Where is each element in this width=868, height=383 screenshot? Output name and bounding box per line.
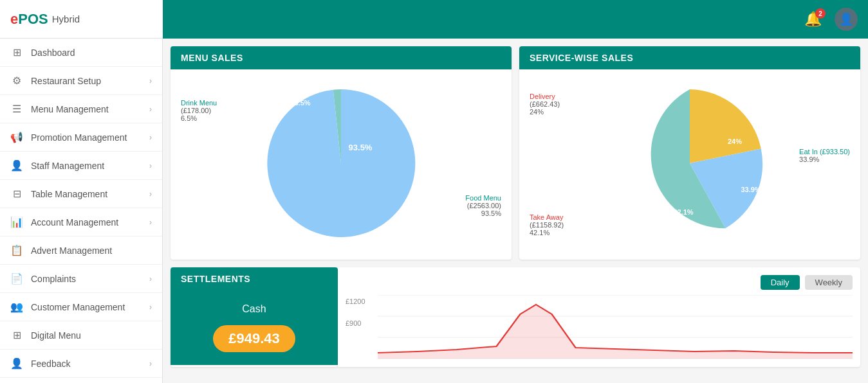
digital-menu-label: Digital Menu	[31, 330, 81, 341]
restaurant-setup-arrow: ›	[149, 76, 152, 85]
service-sales-chart: 24% 33.9% 42.1%	[606, 80, 773, 249]
staff-management-label: Staff Management	[31, 161, 104, 171]
weekly-button[interactable]: Weekly	[805, 275, 853, 290]
settlements-chart-area: Daily Weekly £1200 £900	[338, 267, 860, 367]
svg-marker-9	[378, 305, 853, 359]
line-chart: £1200 £900	[346, 295, 853, 359]
svg-text:33.9%: 33.9%	[741, 186, 761, 193]
notification-badge: 2	[815, 8, 826, 19]
charts-row: MENU SALES Drink Menu (£178.00) 6.5%	[171, 46, 860, 260]
table-management-arrow: ›	[149, 190, 152, 199]
main-content: MENU SALES Drink Menu (£178.00) 6.5%	[163, 39, 868, 383]
customer-management-arrow: ›	[149, 303, 152, 312]
service-sales-body: Delivery (£662.43) 24% Take Away (£1158.…	[519, 69, 860, 260]
complaints-arrow: ›	[149, 274, 152, 283]
advert-management-icon: 📋	[10, 244, 23, 256]
svg-text:6.5%: 6.5%	[294, 99, 310, 107]
sidebar-item-account-management[interactable]: 📊Account Management›	[0, 208, 162, 236]
settlements-body: Cash £949.43	[171, 290, 338, 365]
svg-text:42.1%: 42.1%	[673, 208, 693, 216]
brand-suffix: Hybrid	[52, 13, 80, 24]
table-management-icon: ⊟	[10, 188, 23, 200]
menu-management-label: Menu Management	[31, 104, 109, 114]
service-sales-title: SERVICE-WISE SALES	[519, 46, 860, 69]
sidebar-item-promotion-management[interactable]: 📢Promotion Management›	[0, 123, 162, 152]
service-sales-card: SERVICE-WISE SALES Delivery (£662.43) 24…	[519, 46, 860, 260]
sidebar: ⊞Dashboard⚙Restaurant Setup›☰Menu Manage…	[0, 39, 163, 383]
restaurant-setup-label: Restaurant Setup	[31, 76, 101, 86]
account-management-arrow: ›	[149, 218, 152, 227]
menu-sales-card: MENU SALES Drink Menu (£178.00) 6.5%	[171, 46, 512, 260]
cash-label: Cash	[181, 303, 328, 315]
brand-name-pos: POS	[18, 11, 48, 28]
complaints-icon: 📄	[10, 272, 23, 285]
customer-management-label: Customer Management	[31, 302, 125, 312]
daily-button[interactable]: Daily	[761, 275, 800, 290]
drink-menu-label: Drink Menu (£178.00) 6.5%	[181, 99, 217, 122]
sidebar-item-complaints[interactable]: 📄Complaints›	[0, 265, 162, 293]
takeway-label: Take Away (£1158.92) 42.1%	[530, 213, 564, 236]
settlements-row: SETTLEMENTS Cash £949.43 Daily Weekly £1…	[171, 267, 860, 367]
cash-amount: £949.43	[213, 325, 295, 352]
sidebar-item-menu-management[interactable]: ☰Menu Management›	[0, 95, 162, 123]
restaurant-setup-icon: ⚙	[10, 75, 23, 87]
staff-management-arrow: ›	[149, 161, 152, 170]
menu-sales-title: MENU SALES	[171, 46, 512, 69]
sidebar-item-dashboard[interactable]: ⊞Dashboard	[0, 39, 162, 67]
dashboard-label: Dashboard	[31, 48, 75, 58]
sidebar-item-staff-management[interactable]: 👤Staff Management›	[0, 152, 162, 180]
sidebar-item-customer-management[interactable]: 👥Customer Management›	[0, 293, 162, 321]
account-management-label: Account Management	[31, 217, 118, 227]
sidebar-item-feedback[interactable]: 👤Feedback›	[0, 350, 162, 378]
settlements-card: SETTLEMENTS Cash £949.43	[171, 267, 338, 367]
customer-management-icon: 👥	[10, 301, 23, 313]
menu-management-arrow: ›	[149, 105, 152, 114]
food-menu-label: Food Menu (£2563.00) 93.5%	[465, 194, 501, 217]
feedback-icon: 👤	[10, 357, 23, 370]
staff-management-icon: 👤	[10, 159, 23, 172]
svg-text:24%: 24%	[728, 138, 742, 145]
promotion-management-icon: 📢	[10, 131, 23, 143]
y-label-1200: £1200	[346, 295, 365, 307]
svg-text:93.5%: 93.5%	[349, 143, 373, 152]
menu-sales-chart: 93.5% 6.5%	[257, 80, 425, 249]
dashboard-icon: ⊞	[10, 46, 23, 58]
settlements-title: SETTLEMENTS	[171, 267, 338, 290]
menu-sales-body: Drink Menu (£178.00) 6.5%	[171, 69, 512, 260]
notification-icon[interactable]: 🔔 2	[804, 11, 822, 28]
advert-management-label: Advert Management	[31, 245, 112, 256]
sidebar-item-restaurant-setup[interactable]: ⚙Restaurant Setup›	[0, 67, 162, 95]
period-buttons: Daily Weekly	[346, 275, 853, 290]
user-avatar[interactable]: 👤	[835, 8, 858, 31]
y-label-900: £900	[346, 317, 361, 328]
sidebar-item-digital-menu[interactable]: ⊞Digital Menu	[0, 321, 162, 350]
sidebar-item-table-management[interactable]: ⊟Table Management›	[0, 180, 162, 208]
brand-icon: e	[10, 11, 18, 28]
delivery-label: Delivery (£662.43) 24%	[530, 93, 560, 116]
sidebar-item-gift-card-management[interactable]: 🎫Gift card Management›	[0, 378, 162, 383]
table-management-label: Table Management	[31, 189, 107, 199]
sidebar-item-advert-management[interactable]: 📋Advert Management	[0, 236, 162, 265]
feedback-label: Feedback	[31, 359, 70, 369]
account-management-icon: 📊	[10, 216, 23, 228]
promotion-management-label: Promotion Management	[31, 132, 127, 143]
menu-management-icon: ☰	[10, 103, 23, 115]
eatin-label: Eat In (£933.50) 33.9%	[799, 148, 850, 163]
promotion-management-arrow: ›	[149, 133, 152, 142]
digital-menu-icon: ⊞	[10, 329, 23, 341]
feedback-arrow: ›	[149, 359, 152, 368]
complaints-label: Complaints	[31, 274, 76, 284]
